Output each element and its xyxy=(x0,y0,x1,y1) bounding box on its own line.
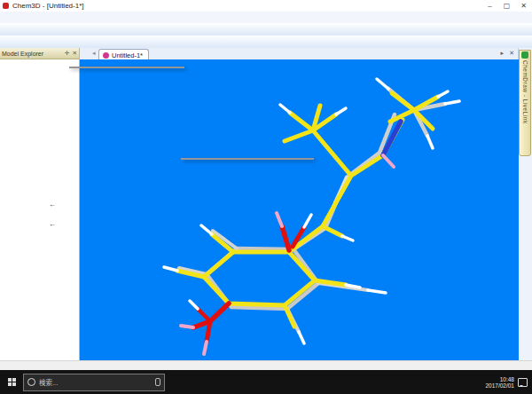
panel-close-icon[interactable]: ✕ xyxy=(73,50,77,57)
bond-size-arrow-icon: ← xyxy=(49,220,56,228)
windows-logo-icon xyxy=(8,378,16,386)
microphone-icon[interactable] xyxy=(155,378,160,386)
cortana-icon xyxy=(27,378,35,386)
chemdraw-livelink-tab[interactable]: ChemDraw - LiveLink xyxy=(519,50,531,156)
clock-date: 2017/02/01 xyxy=(485,382,514,389)
model-explorer-panel: Model Explorer ✛ ✕ xyxy=(0,48,80,361)
tab-scroll-left-icon[interactable]: ◂ xyxy=(92,50,96,57)
system-tray: 10:48 2017/02/01 xyxy=(481,376,532,389)
taskbar-clock[interactable]: 10:48 2017/02/01 xyxy=(485,376,514,389)
model-explorer-header: Model Explorer ✛ ✕ xyxy=(0,48,79,59)
model-explorer-title: Model Explorer xyxy=(2,51,43,57)
app-icon xyxy=(3,3,9,9)
tab-close-icon[interactable]: ✕ xyxy=(509,50,514,57)
close-button[interactable]: ✕ xyxy=(515,0,532,12)
action-center-icon[interactable] xyxy=(518,378,528,387)
document-icon xyxy=(103,52,109,59)
window-title: Chem3D - [Untitled-1*] xyxy=(12,2,83,10)
pin-icon[interactable]: ✛ xyxy=(65,50,69,57)
livelink-tab-label: ChemDraw - LiveLink xyxy=(522,60,528,124)
standard-toolbar xyxy=(0,23,532,36)
chem3d-window: Chem3D - [Untitled-1*] – ▢ ✕ Model Explo… xyxy=(0,0,532,394)
building-toolbar xyxy=(0,35,532,49)
document-tab-label: Untitled-1* xyxy=(112,51,143,59)
molecule-overlay-model xyxy=(80,59,519,361)
search-placeholder: 検索... xyxy=(39,377,58,387)
chemdraw-icon xyxy=(521,51,528,59)
title-bar: Chem3D - [Untitled-1*] – ▢ ✕ xyxy=(0,0,532,12)
taskbar-search-box[interactable]: 検索... xyxy=(23,374,165,391)
minimize-button[interactable]: – xyxy=(481,0,498,12)
atom-size-arrow-icon: ← xyxy=(49,201,56,209)
model-canvas[interactable] xyxy=(80,59,519,361)
start-button[interactable] xyxy=(0,370,23,394)
clock-time: 10:48 xyxy=(500,376,514,382)
windows-taskbar: 検索... 10:48 2017/02/01 xyxy=(0,370,532,394)
status-bar xyxy=(0,360,532,370)
document-tab-strip: ◂ Untitled-1* ▸ ✕ xyxy=(80,48,532,60)
tab-scroll-right-icon[interactable]: ▸ xyxy=(500,50,504,57)
fragment-context-menu xyxy=(69,67,184,68)
maximize-button[interactable]: ▢ xyxy=(498,0,515,12)
menu-bar xyxy=(0,12,532,24)
overlay-submenu xyxy=(181,158,314,160)
